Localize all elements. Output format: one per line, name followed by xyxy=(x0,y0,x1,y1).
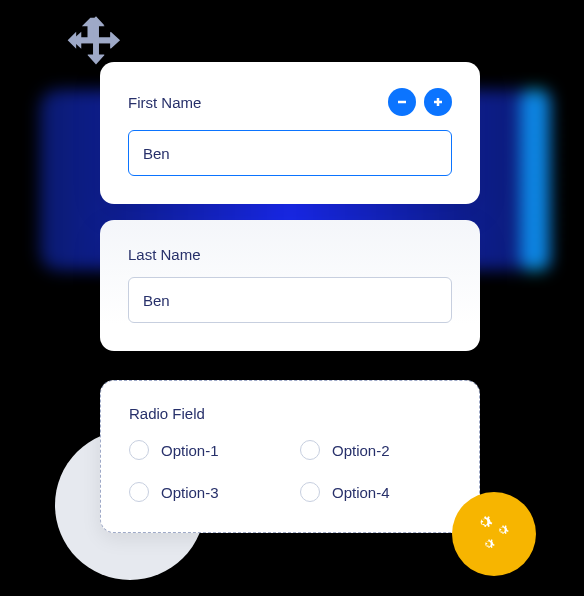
radio-option-label: Option-4 xyxy=(332,484,390,501)
first-name-card: First Name xyxy=(100,62,480,204)
settings-fab[interactable] xyxy=(452,492,536,576)
move-handle-icon[interactable] xyxy=(62,12,130,80)
radio-circle-icon xyxy=(300,482,320,502)
radio-option-label: Option-3 xyxy=(161,484,219,501)
radio-option-1[interactable]: Option-1 xyxy=(129,440,280,460)
last-name-card: Last Name xyxy=(100,220,480,351)
radio-option-label: Option-2 xyxy=(332,442,390,459)
radio-circle-icon xyxy=(129,440,149,460)
radio-option-label: Option-1 xyxy=(161,442,219,459)
last-name-label: Last Name xyxy=(128,246,452,263)
radio-option-3[interactable]: Option-3 xyxy=(129,482,280,502)
radio-option-4[interactable]: Option-4 xyxy=(300,482,451,502)
radio-circle-icon xyxy=(129,482,149,502)
gears-icon xyxy=(472,512,516,556)
radio-field-label: Radio Field xyxy=(129,405,451,422)
first-name-label: First Name xyxy=(128,94,201,111)
field-controls xyxy=(388,88,452,116)
remove-button[interactable] xyxy=(388,88,416,116)
radio-option-2[interactable]: Option-2 xyxy=(300,440,451,460)
radio-options-grid: Option-1 Option-2 Option-3 Option-4 xyxy=(129,440,451,502)
first-name-input[interactable] xyxy=(128,130,452,176)
radio-circle-icon xyxy=(300,440,320,460)
radio-field-card: Radio Field Option-1 Option-2 Option-3 O… xyxy=(100,380,480,533)
add-button[interactable] xyxy=(424,88,452,116)
last-name-input[interactable] xyxy=(128,277,452,323)
